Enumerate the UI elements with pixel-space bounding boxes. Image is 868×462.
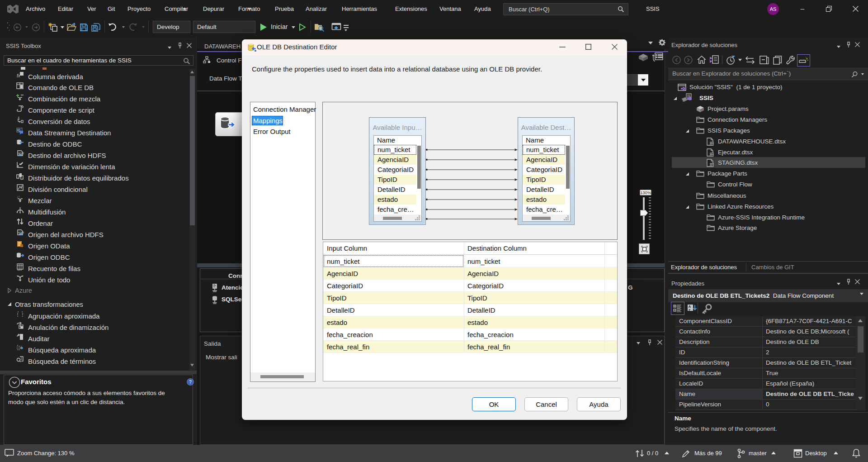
svg-text:123: 123 <box>17 268 22 271</box>
svg-text:fx: fx <box>17 73 21 78</box>
svg-text:↓↑: ↓↑ <box>17 195 20 198</box>
svg-text:HDFS: HDFS <box>18 231 24 234</box>
svg-text:Z: Z <box>689 308 691 312</box>
svg-text:IQ: IQ <box>17 129 20 132</box>
svg-text:HDFS: HDFS <box>18 152 24 155</box>
svg-text:?: ? <box>189 380 192 385</box>
